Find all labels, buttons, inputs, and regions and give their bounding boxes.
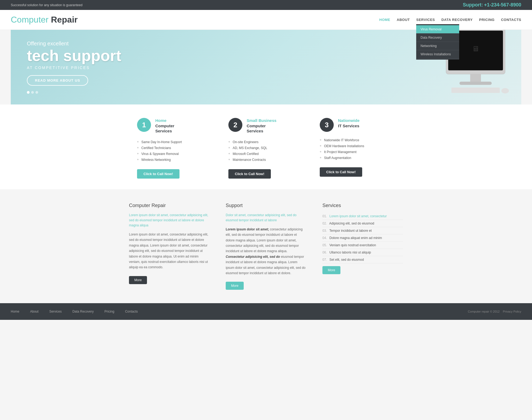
nav-data-recovery[interactable]: DATA RECOVERY <box>441 18 473 22</box>
slider-dots <box>27 91 505 94</box>
service-2-title-dark: ComputerServices <box>247 123 276 134</box>
info-col-2-teal: Dolor sit amet, consectetur adipisicing … <box>226 213 306 223</box>
list-item: It Project Management <box>320 149 395 155</box>
list-item: Wireless Networking <box>137 157 212 163</box>
logo: Computer Repair <box>11 15 78 25</box>
list-item: Nationwide IT Workforce <box>320 137 395 143</box>
list-item: OEM Hardware Installations <box>320 143 395 149</box>
service-1-header: 1 Home ComputerServices <box>137 118 212 134</box>
service-3-title-teal: Nationwide <box>338 118 360 123</box>
call-button-2[interactable]: Click to Call Now! <box>228 169 271 179</box>
service-1-title-teal: Home <box>155 118 174 123</box>
service-1-title: Home ComputerServices <box>155 118 174 134</box>
nav-home[interactable]: HOME <box>379 18 390 22</box>
list-item: Virus & Spyware Removal <box>137 151 212 157</box>
service-3-title: Nationwide IT Services <box>338 118 360 128</box>
footer: Home About Services Data Recovery Pricin… <box>0 303 532 320</box>
list-item: Maintenance Contracts <box>228 157 304 163</box>
info-col-2-body: Lorem ipsum dolor sit amet; consectetur … <box>226 227 306 276</box>
more-button-1[interactable]: More <box>129 276 147 284</box>
list-item: 02. Adipisicing elit, sed do eiusmod <box>322 220 403 227</box>
service-2-number: 2 <box>228 118 242 132</box>
main-nav: HOME ABOUT SERVICES Virus Removal Data R… <box>379 18 521 22</box>
dot-3[interactable] <box>35 91 38 94</box>
more-button-3[interactable]: More <box>322 266 340 274</box>
support-info: Support: +1-234-567-8900 <box>463 2 522 8</box>
footer-data-recovery[interactable]: Data Recovery <box>72 310 94 313</box>
footer-home[interactable]: Home <box>11 310 19 313</box>
service-1-list: Same Day In-Home Support Certified Techn… <box>137 139 212 163</box>
nav-services[interactable]: SERVICES <box>416 18 435 22</box>
logo-bold: Repair <box>51 15 78 24</box>
hero-subheadline: AT COMPETITIVE PRICES <box>27 66 505 70</box>
list-item: 06. Ullamco laboris nisi ut aliquip <box>322 249 403 256</box>
footer-services[interactable]: Services <box>49 310 62 313</box>
dropdown-virus-removal[interactable]: Virus Removal <box>416 25 459 34</box>
dropdown-data-recovery[interactable]: Data Recovery <box>416 34 459 42</box>
more-button-2[interactable]: More <box>226 282 244 290</box>
info-col-2: Support Dolor sit amet, consectetur adip… <box>226 203 306 290</box>
list-item: AD, MS Exchange, SQL <box>228 145 304 151</box>
read-more-button[interactable]: READ MORE ABOUT US <box>27 75 88 86</box>
service-card-1: 1 Home ComputerServices Same Day In-Home… <box>137 118 212 179</box>
service-3-list: Nationwide IT Workforce OEM Hardware Ins… <box>320 137 395 161</box>
support-phone: +1-234-567-8900 <box>484 2 521 8</box>
info-col-1-teal: Lorem ipsum dolor sit amet, consectetur … <box>129 213 210 228</box>
services-section: 1 Home ComputerServices Same Day In-Home… <box>0 104 532 189</box>
list-item: 07. Set elit, sed do eiusmod <box>322 256 403 263</box>
footer-pricing[interactable]: Pricing <box>105 310 114 313</box>
services-dropdown: Virus Removal Data Recovery Networking W… <box>416 24 459 60</box>
service-card-3: 3 Nationwide IT Services Nationwide IT W… <box>320 118 395 179</box>
privacy-policy-link[interactable]: Privacy Policy <box>503 310 521 313</box>
service-1-number: 1 <box>137 118 151 132</box>
service-2-title-teal: Small Business <box>247 118 276 123</box>
list-item: 03. Tempor incididunt ut labore et <box>322 227 403 234</box>
footer-copyright: Computer repair © 2012 Privacy Policy <box>468 310 521 313</box>
footer-contacts[interactable]: Contacts <box>125 310 138 313</box>
dot-2[interactable] <box>31 91 34 94</box>
info-col-1-body: Lorem ipsum dolor sit amet, consectetur … <box>129 232 210 270</box>
top-bar: Successful solution for any situation is… <box>0 0 532 10</box>
info-col-3: Services 01. Lorem ipsum dolor sit amet,… <box>322 203 403 290</box>
nav-pricing[interactable]: PRICING <box>479 18 495 22</box>
list-item: On-site Engineers <box>228 139 304 145</box>
copyright-text: Computer repair © 2012 <box>468 310 499 313</box>
nav-services-container: SERVICES Virus Removal Data Recovery Net… <box>416 18 435 22</box>
footer-about[interactable]: About <box>30 310 38 313</box>
list-item: Microsoft Certified <box>228 151 304 157</box>
service-2-list: On-site Engineers AD, MS Exchange, SQL M… <box>228 139 304 163</box>
service-3-title-dark: IT Services <box>338 123 360 129</box>
tagline: Successful solution for any situation is… <box>11 3 82 7</box>
header: Computer Repair HOME ABOUT SERVICES Viru… <box>0 10 532 30</box>
service-1-title-dark: ComputerServices <box>155 123 174 134</box>
dropdown-networking[interactable]: Networking <box>416 42 459 50</box>
info-col-3-heading: Services <box>322 203 403 208</box>
dot-1[interactable] <box>27 91 30 94</box>
list-item: Certified Technicians <box>137 145 212 151</box>
service-2-title: Small Business ComputerServices <box>247 118 276 134</box>
support-label: Support: <box>463 2 483 8</box>
service-card-2: 2 Small Business ComputerServices On-sit… <box>228 118 304 179</box>
info-col-1: Computer Repair Lorem ipsum dolor sit am… <box>129 203 210 290</box>
list-item: 04. Dolore magna aliquat enim ad minim <box>322 234 403 242</box>
service-2-header: 2 Small Business ComputerServices <box>228 118 304 134</box>
nav-about[interactable]: ABOUT <box>397 18 410 22</box>
list-item: 01. Lorem ipsum dolor sit amet, consecte… <box>322 213 403 220</box>
footer-nav: Home About Services Data Recovery Pricin… <box>11 310 142 313</box>
nav-contacts[interactable]: CONTACTS <box>501 18 521 22</box>
services-detail-list: 01. Lorem ipsum dolor sit amet, consecte… <box>322 213 403 263</box>
service-3-number: 3 <box>320 118 334 132</box>
call-button-3[interactable]: Click to Call Now! <box>320 167 362 177</box>
list-item: Same Day In-Home Support <box>137 139 212 145</box>
info-col-2-heading: Support <box>226 203 306 208</box>
logo-teal: Computer <box>11 15 51 24</box>
call-button-1[interactable]: Click to Call Now! <box>137 169 179 179</box>
info-section: Computer Repair Lorem ipsum dolor sit am… <box>0 189 532 303</box>
info-col-1-heading: Computer Repair <box>129 203 210 208</box>
dropdown-wireless[interactable]: Wireless Installations <box>416 50 459 59</box>
service-3-header: 3 Nationwide IT Services <box>320 118 395 132</box>
list-item: Staff Augmentation <box>320 155 395 161</box>
list-item: 05. Veniam quis nostrud exercitation <box>322 242 403 249</box>
